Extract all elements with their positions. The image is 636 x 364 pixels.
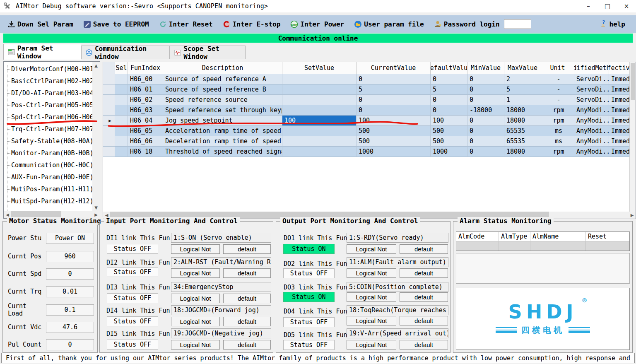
communication-status-text: Communication online: [278, 34, 358, 42]
password-input[interactable]: [504, 19, 531, 29]
tree-item-pos-ctrl-param[interactable]: Pos-Ctrl-Param(H05-H05): [4, 99, 92, 111]
di3-default-button[interactable]: default: [223, 294, 271, 303]
tree-item-aux-fun-param[interactable]: AUX-Fun-Param(H0D-H0E): [4, 171, 92, 183]
do2-default-button[interactable]: default: [400, 268, 448, 278]
header-minvalue: MinValue: [467, 62, 504, 74]
close-button[interactable]: ×: [617, 0, 636, 12]
scroll-up-arrow-icon[interactable]: ▲: [92, 62, 100, 69]
do5-label: DO5 link This Fun: [284, 331, 347, 339]
do3-default-button[interactable]: default: [400, 292, 448, 302]
tab-scope-set-window[interactable]: Scope Set Window: [170, 46, 246, 59]
down-sel-param-button[interactable]: Down Sel Param: [7, 20, 73, 28]
curnt-trq-label: Curnt Trq: [8, 288, 44, 295]
do2-function-field[interactable]: 11:ALM(Fault alarm output): [347, 257, 448, 267]
di2-logical-not-button[interactable]: Logical Not: [171, 268, 220, 278]
password-login-button[interactable]: Password login: [434, 19, 531, 29]
svg-text:son: son: [291, 22, 297, 26]
tree-item-divermotorconf[interactable]: DiverMotorConf(H00-H01): [4, 63, 92, 75]
motor-status-title: Motor Status Monitoring: [7, 217, 103, 225]
di3-function-field[interactable]: 34:EmergencyStop: [171, 282, 271, 292]
di1-function-field[interactable]: 1:S-ON (Servo enable): [171, 233, 271, 243]
status-bar: First of all, thank you for using our AI…: [1, 353, 635, 363]
di5-function-field[interactable]: 19:JOGCMD-(Negative jog): [171, 328, 271, 338]
do5-function-field[interactable]: 19:V-Arr(Speed arrival out): [347, 328, 448, 338]
do3-function-field[interactable]: 5:COIN(Position complete): [347, 282, 448, 292]
tree-vertical-scrollbar[interactable]: ▲ ▼: [92, 62, 100, 211]
tree-item-basicctrlparam[interactable]: BasicCtrlParam(H02-H02): [4, 75, 92, 87]
table-vertical-scrollbar[interactable]: [629, 62, 636, 212]
di4-function-field[interactable]: 18:JOGCMD+(Forward jog): [171, 305, 271, 315]
inter-reset-button[interactable]: Inter Reset: [159, 20, 213, 28]
di4-default-button[interactable]: default: [223, 317, 271, 326]
do4-default-button[interactable]: default: [400, 316, 448, 325]
tree-item-muitspd-param[interactable]: MuitSpd-Param(H12-H12): [4, 195, 92, 207]
tree-item-mutipos-param[interactable]: MutiPos-Param(H11-H11): [4, 183, 92, 195]
do4-function-field[interactable]: 18:ToqReach(Torque reaches out): [347, 305, 448, 315]
tree-item-communication[interactable]: Communication(H0C-H0C): [4, 159, 92, 171]
header-unit: Unit: [541, 62, 574, 74]
di4-logical-not-button[interactable]: Logical Not: [171, 317, 220, 326]
tree-item-trq-ctrl-param[interactable]: Trq-Ctrl-Param(H07-H07): [4, 123, 92, 135]
do2-logical-not-button[interactable]: Logical Not: [347, 268, 396, 278]
do5-default-button[interactable]: default: [400, 340, 448, 350]
tab-communication-window[interactable]: Communication window: [81, 46, 170, 59]
curnt-trq-value: 0.01: [46, 286, 94, 297]
di1-logical-not-button[interactable]: Logical Not: [171, 244, 220, 254]
header-description: Description: [163, 62, 282, 74]
curnt-pos-label: Curnt Pos: [8, 253, 44, 260]
title-bar: AIMtor Debug software version:-Sevro <Su…: [0, 0, 636, 12]
inter-power-button[interactable]: son Inter Power: [290, 20, 344, 28]
alarm-table: AlmCode AlmType AlmName Reset: [456, 231, 630, 251]
tree-item-monitor-param[interactable]: Monitor-Param(H0B-H0B): [4, 147, 92, 159]
help-icon: ?: [599, 20, 607, 28]
do3-logical-not-button[interactable]: Logical Not: [347, 292, 396, 302]
tree-item-spd-ctrl-param[interactable]: Spd-Ctrl-Param(H06-H06): [4, 111, 92, 123]
do1-label: DO1 link This Fun: [284, 234, 347, 242]
di5-logical-not-button[interactable]: Logical Not: [171, 340, 220, 350]
di1-status-indicator: Status OFF: [107, 244, 158, 254]
do5-logical-not-button[interactable]: Logical Not: [347, 340, 396, 350]
do1-function-field[interactable]: 1:S-RDY(Servo ready): [347, 233, 448, 243]
registered-mark: ®: [581, 297, 587, 303]
setvalue-edit-cell[interactable]: 100: [282, 116, 357, 126]
table-row-selected[interactable]: ▶ H06_04 Jog speed setpoint 100 100 100 …: [103, 116, 636, 126]
table-row[interactable]: H06_02 Speed reference source 0 0 0 1 - …: [103, 95, 636, 105]
maximize-button[interactable]: □: [598, 0, 617, 12]
scroll-down-arrow-icon[interactable]: ▼: [92, 204, 100, 211]
logo-lines-right: [569, 327, 590, 333]
table-row[interactable]: H06_06 Deceleration ramp time of speed r…: [103, 136, 636, 147]
tab-scope-set-window-label: Scope Set Window: [183, 45, 241, 60]
tab-param-set-window[interactable]: Param Set Window: [3, 44, 81, 60]
table-row[interactable]: H06_05 Acceleration ramp time of speed r…: [103, 126, 636, 136]
di3-logical-not-button[interactable]: Logical Not: [171, 294, 220, 303]
di2-function-field[interactable]: 2:ALM-RST (Fault/Warning Reset): [171, 257, 271, 267]
alarm-status-title: Alarm Status Monitoring: [458, 217, 554, 225]
help-label: help: [609, 20, 625, 28]
di5-default-button[interactable]: default: [223, 340, 271, 350]
help-button[interactable]: ? help: [599, 20, 625, 28]
save-to-eeprom-button[interactable]: Save to EEPROM: [83, 20, 149, 28]
di1-default-button[interactable]: default: [223, 244, 271, 254]
do4-logical-not-button[interactable]: Logical Not: [347, 316, 396, 325]
inter-estop-button[interactable]: Inter E-stop: [223, 20, 281, 28]
param-window-icon: [8, 48, 15, 56]
table-row[interactable]: H06_00 Source of speed reference A 0 0 0…: [103, 74, 636, 84]
user-param-file-button[interactable]: User param file: [354, 20, 424, 28]
tree-item-dido-ai-param[interactable]: DI/DO-AI-Param(H03-H04): [4, 87, 92, 99]
table-row[interactable]: H06_03 Speed reference set through keypa…: [103, 105, 636, 116]
table-row[interactable]: H06_18 Threshold of speed reached signal…: [103, 147, 636, 157]
di2-default-button[interactable]: default: [223, 268, 271, 278]
alarm-col-almname: AlmName: [530, 232, 586, 241]
do2-label: DO2 link This Fun: [284, 260, 347, 268]
do1-default-button[interactable]: default: [400, 244, 448, 254]
do1-logical-not-button[interactable]: Logical Not: [347, 244, 396, 254]
brand-logo: SHDJ® 四横电机: [456, 288, 630, 350]
input-port-title: Input Port Monitoring And Control: [104, 217, 240, 225]
do3-label: DO3 link This Fun: [284, 284, 347, 291]
table-row[interactable]: H06_01 Source of speed reference B 5 5 0…: [103, 84, 636, 95]
header-effective: fective: [609, 62, 630, 74]
minimize-button[interactable]: –: [579, 0, 598, 12]
tree-item-safety-stable[interactable]: Safety-Stable(H08-H0A): [4, 135, 92, 147]
table-vscroll-thumb[interactable]: [631, 63, 635, 100]
scroll-right-arrow-icon[interactable]: ▶: [629, 212, 636, 219]
